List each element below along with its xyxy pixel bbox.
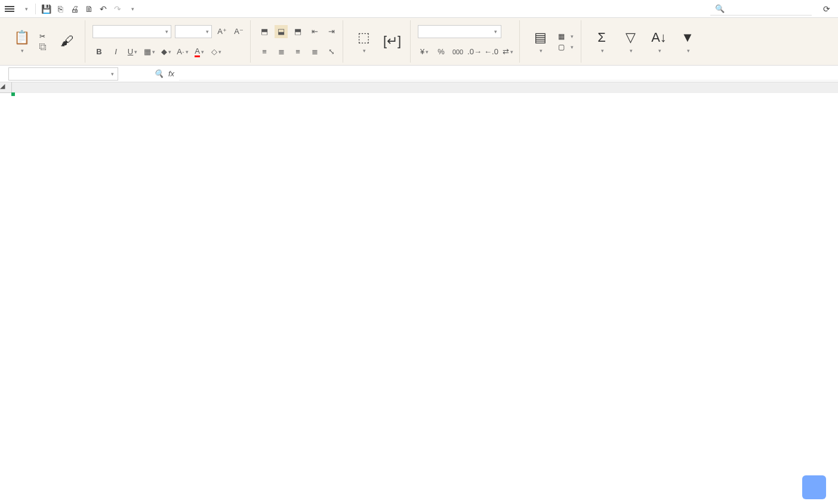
print-icon[interactable]: 🖨 <box>68 2 81 16</box>
paste-button[interactable]: 📋▾ <box>8 23 35 61</box>
clipboard-icon: 📋 <box>14 30 30 45</box>
borders-icon[interactable]: ▦▾ <box>143 45 156 58</box>
font-color-icon[interactable]: A▾ <box>193 45 206 58</box>
sigma-icon: Σ <box>597 30 606 45</box>
file-menu-button[interactable]: ▾ <box>18 5 32 13</box>
filter-button[interactable]: ▽▾ <box>617 23 643 61</box>
cond-format-icon: ▤ <box>534 30 547 45</box>
merge-icon: ⬚ <box>358 30 370 45</box>
increase-indent-icon[interactable]: ⇥ <box>325 25 338 38</box>
merge-wrap-group: ⬚▾ [↵] <box>346 20 411 63</box>
align-left-icon[interactable]: ≡ <box>258 45 271 58</box>
decrease-font-icon[interactable]: A⁻ <box>232 25 245 38</box>
chevron-down-icon: ▾ <box>494 29 497 35</box>
increase-font-icon[interactable]: A⁺ <box>215 25 229 38</box>
justify-icon[interactable]: ≣ <box>308 45 321 58</box>
type-convert-icon[interactable]: ⇄▾ <box>501 45 514 58</box>
menu-bar: ▾ 💾 ⎘ 🖨 🗎 ↶ ↷ ▾ 🔍 ⟳ <box>0 0 838 18</box>
wps-watermark <box>802 475 831 499</box>
table-style-button[interactable]: ▦▾ <box>556 31 576 42</box>
align-center-icon[interactable]: ≣ <box>275 45 288 58</box>
decrease-indent-icon[interactable]: ⇤ <box>308 25 321 38</box>
save-as-icon[interactable]: ⎘ <box>54 2 67 16</box>
formula-bar: ▾ 🔍 fx <box>0 66 838 82</box>
font-group: ▾ ▾ A⁺ A⁻ B I U▾ ▦▾ ◆▾ A·▾ A▾ ◇▾ <box>88 20 251 63</box>
cut-button[interactable]: ✂ <box>37 31 51 42</box>
percent-icon[interactable]: % <box>435 45 448 58</box>
align-right-icon[interactable]: ≡ <box>291 45 304 58</box>
font-effect-icon[interactable]: A·▾ <box>176 45 189 58</box>
menu-left-group: ▾ 💾 ⎘ 🖨 🗎 ↶ ↷ ▾ <box>5 2 138 16</box>
refresh-icon[interactable]: ⟳ <box>820 2 833 16</box>
chevron-down-icon: ▾ <box>165 29 168 35</box>
sum-button[interactable]: Σ▾ <box>589 23 615 61</box>
name-box[interactable]: ▾ <box>8 67 118 81</box>
chevron-down-icon: ▾ <box>111 71 114 77</box>
number-group: ▾ ¥▾ % 000 .0→ ←.0 ⇄▾ <box>413 20 520 63</box>
editing-group: Σ▾ ▽▾ A↓▾ ▼▾ <box>584 20 705 63</box>
active-cell-indicator <box>12 93 14 95</box>
bold-icon[interactable]: B <box>93 45 106 58</box>
underline-icon[interactable]: U▾ <box>126 45 139 58</box>
italic-icon[interactable]: I <box>109 45 122 58</box>
orientation-icon[interactable]: ⤡ <box>325 45 338 58</box>
alignment-group: ⬒ ⬓ ⬒ ⇤ ⇥ ≡ ≣ ≡ ≣ ⤡ <box>253 20 343 63</box>
align-top-icon[interactable]: ⬒ <box>258 25 271 38</box>
chevron-down-icon: ▾ <box>25 6 28 12</box>
qat-dropdown-icon[interactable]: ▾ <box>125 2 138 16</box>
ribbon: 📋▾ ✂ ⿻ 🖌 ▾ ▾ A⁺ A⁻ B I U▾ ▦▾ ◆▾ A·▾ A▾ ◇… <box>0 18 838 66</box>
chevron-down-icon: ▾ <box>206 29 209 35</box>
table-icon: ▦ <box>558 32 565 41</box>
search-input[interactable] <box>728 4 812 13</box>
search-icon: 🔍 <box>715 4 725 13</box>
copy-button[interactable]: ⿻ <box>37 42 51 52</box>
currency-icon[interactable]: ¥▾ <box>418 45 431 58</box>
formula-input[interactable] <box>179 67 838 81</box>
select-all-corner[interactable]: ◢ <box>0 82 12 93</box>
copy-icon: ⿻ <box>39 43 47 51</box>
comma-icon[interactable]: 000 <box>451 45 464 58</box>
cell-style-button[interactable]: ▢▾ <box>556 42 576 52</box>
separator <box>35 4 36 14</box>
wrap-icon: [↵] <box>383 33 401 49</box>
paintbrush-icon: 🖌 <box>60 33 73 49</box>
menu-icon[interactable] <box>5 6 14 12</box>
sort-button[interactable]: A↓▾ <box>646 23 672 61</box>
cell-icon: ▢ <box>558 43 565 51</box>
increase-decimal-icon[interactable]: .0→ <box>468 45 481 58</box>
fx-icon[interactable]: fx <box>168 69 174 78</box>
merge-center-button[interactable]: ⬚▾ <box>350 23 377 61</box>
format-painter-button[interactable]: 🖌 <box>54 23 80 61</box>
wrap-text-button[interactable]: [↵] <box>379 23 405 61</box>
font-size-combo[interactable]: ▾ <box>175 25 212 38</box>
fx-area: 🔍 fx <box>154 69 174 78</box>
spreadsheet-grid[interactable]: ◢ <box>0 82 838 504</box>
wps-logo-icon <box>802 475 826 499</box>
decrease-decimal-icon[interactable]: ←.0 <box>485 45 498 58</box>
redo-icon[interactable]: ↷ <box>111 2 124 16</box>
column-headers: ◢ <box>0 82 838 93</box>
styles-group: ▤▾ ▦▾ ▢▾ <box>522 20 581 63</box>
cond-format-button[interactable]: ▤▾ <box>527 23 553 61</box>
fill-color-icon[interactable]: ◆▾ <box>159 45 172 58</box>
fill-button[interactable]: ▼▾ <box>674 23 701 61</box>
funnel-icon: ▽ <box>626 30 636 45</box>
fill-down-icon: ▼ <box>681 30 694 45</box>
font-name-combo[interactable]: ▾ <box>93 25 171 38</box>
number-format-combo[interactable]: ▾ <box>418 25 501 38</box>
search-box[interactable]: 🔍 <box>710 2 812 16</box>
print-preview-icon[interactable]: 🗎 <box>82 2 95 16</box>
zoom-out-icon[interactable]: 🔍 <box>154 69 164 78</box>
save-icon[interactable]: 💾 <box>39 2 53 16</box>
scissors-icon: ✂ <box>39 32 45 41</box>
clear-format-icon[interactable]: ◇▾ <box>209 45 223 58</box>
align-bottom-icon[interactable]: ⬒ <box>291 25 304 38</box>
undo-icon[interactable]: ↶ <box>97 2 110 16</box>
align-middle-icon[interactable]: ⬓ <box>275 25 288 38</box>
sort-icon: A↓ <box>651 30 667 45</box>
clipboard-group: 📋▾ ✂ ⿻ 🖌 <box>4 20 85 63</box>
